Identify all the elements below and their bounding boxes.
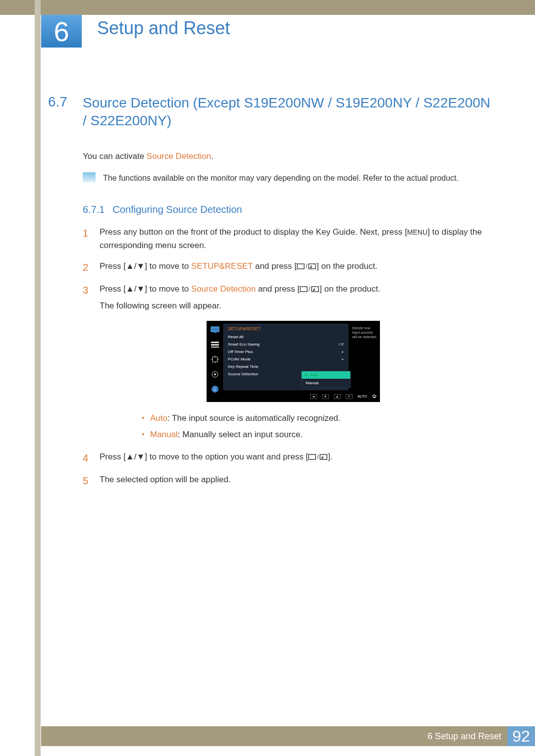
osd-popup: ✔Auto Manual: [301, 371, 351, 388]
svg-text:/: /: [306, 263, 308, 270]
osd-sidebar: i: [207, 321, 223, 393]
note-icon: [83, 172, 96, 182]
osd-header: SETUP&RESET: [224, 324, 348, 333]
t: ] to move to: [145, 261, 191, 271]
osd-item-l: PC/AV Mode: [228, 357, 251, 361]
t: Press [: [100, 452, 126, 461]
osd-help: Decide how input sources will be detecte…: [350, 321, 380, 393]
step-num: 1: [83, 225, 92, 241]
svg-rect-8: [211, 342, 219, 343]
check-icon: ✔: [305, 373, 308, 377]
osd-popup-selected: ✔Auto: [302, 371, 350, 379]
t: Press [: [100, 261, 126, 271]
list-icon: [210, 341, 220, 349]
up-down-icon: ▲/▼: [126, 284, 145, 294]
step-text: Press [▲/▼] to move to SETUP&RESET and p…: [100, 259, 494, 273]
bullet-hl: Manual: [150, 430, 178, 439]
osd-item-r: Off: [338, 342, 344, 347]
intro-text: You can activate Source Detection.: [83, 150, 494, 163]
rect-enter-icon: /: [297, 263, 317, 270]
svg-point-13: [214, 373, 216, 375]
svg-text:i: i: [214, 387, 216, 392]
osd-footer: ◂ ▾ ▴ ↵ AUTO ⏻: [207, 393, 380, 400]
intro-pre: You can activate: [83, 151, 147, 161]
steps-list: 1 Press any button on the front of the p…: [83, 225, 494, 488]
osd-item-l: Reset All: [228, 335, 244, 339]
svg-rect-10: [211, 347, 219, 348]
content-area: 6.7 Source Detection (Except S19E200NW /…: [48, 94, 494, 496]
osd-item-l: Key Repeat Time: [228, 364, 258, 369]
step-text: The selected option will be applied.: [100, 473, 494, 486]
step-text: Press [▲/▼] to move to Source Detection …: [100, 282, 494, 296]
step-3: 3 Press [▲/▼] to move to Source Detectio…: [83, 282, 494, 298]
note-text: The functions available on the monitor m…: [103, 172, 459, 184]
left-stripe: [35, 0, 41, 756]
subsection-number: 6.7.1: [83, 204, 105, 215]
gear-icon: [210, 370, 220, 378]
rect-enter-icon: /: [300, 286, 320, 293]
bullet-dot-icon: [142, 433, 144, 435]
t: ] on the product.: [317, 261, 377, 271]
osd-item-r: ▸: [342, 357, 344, 361]
menu-label: MENU: [407, 228, 428, 236]
step-num: 5: [83, 473, 92, 489]
svg-rect-3: [300, 287, 307, 292]
osd-screenshot: i SETUP&RESET Reset All Smart Eco Saving…: [207, 321, 380, 402]
step-text: Press any button on the front of the pro…: [100, 225, 494, 252]
svg-rect-7: [214, 332, 216, 333]
hl: SETUP&RESET: [191, 261, 253, 271]
osd-popup-option: Manual: [302, 379, 350, 387]
t: Press any button on the front of the pro…: [100, 227, 407, 237]
step-num: 4: [83, 450, 92, 466]
osd-main: SETUP&RESET Reset All Smart Eco SavingOf…: [223, 324, 348, 390]
bullet-text: : The input source is automatically reco…: [167, 413, 340, 423]
osd-item-l: Off Timer Plus: [228, 350, 253, 354]
monitor-icon: [210, 326, 220, 334]
t: and press [: [256, 284, 300, 294]
down-icon: ▾: [322, 394, 329, 399]
t: ] on the product.: [320, 284, 380, 294]
footer-bar: 6 Setup and Reset 92: [41, 726, 535, 746]
t: Press [: [100, 284, 126, 294]
intro-post: .: [211, 151, 214, 161]
top-bar: [0, 0, 535, 15]
svg-rect-0: [297, 264, 304, 269]
svg-rect-2: [309, 264, 316, 269]
section-number: 6.7: [48, 94, 83, 110]
svg-rect-9: [211, 344, 219, 346]
osd-item-r: ▸: [342, 350, 344, 354]
auto-label: AUTO: [358, 395, 367, 398]
power-icon: ⏻: [372, 394, 376, 399]
section-title: Source Detection (Except S19E200NW / S19…: [83, 94, 494, 130]
osd: i SETUP&RESET Reset All Smart Eco Saving…: [207, 321, 380, 402]
hl: Source Detection: [191, 284, 256, 294]
up-down-icon: ▲/▼: [126, 452, 145, 461]
svg-text:/: /: [317, 454, 319, 460]
bullet-dot-icon: [142, 417, 144, 419]
bullet-item: Manual: Manually select an input source.: [142, 428, 494, 441]
intro-highlight: Source Detection: [147, 151, 211, 161]
step-num: 3: [83, 282, 92, 298]
chapter-title: Setup and Reset: [97, 18, 230, 39]
up-down-icon: ▲/▼: [126, 261, 145, 271]
t: ] to move to the option you want and pre…: [145, 452, 308, 461]
step-3-cont: The following screen will appear.: [100, 301, 494, 311]
subsection-title: Configuring Source Detection: [112, 204, 242, 215]
up-icon: ▴: [334, 394, 341, 399]
t: ] to move to: [145, 284, 191, 294]
footer-text: 6 Setup and Reset: [428, 731, 501, 742]
osd-item-l: Source Detection: [228, 372, 258, 376]
t: and press [: [253, 261, 297, 271]
svg-rect-11: [213, 357, 217, 362]
step-4: 4 Press [▲/▼] to move to the option you …: [83, 450, 494, 466]
svg-rect-6: [211, 327, 219, 332]
step-text: Press [▲/▼] to move to the option you wa…: [100, 450, 494, 463]
bullet-item: Auto: The input source is automatically …: [142, 412, 494, 425]
svg-rect-5: [312, 287, 319, 292]
svg-rect-16: [309, 454, 316, 459]
chapter-number: 6: [54, 15, 69, 48]
section-heading: 6.7 Source Detection (Except S19E200NW /…: [48, 94, 494, 130]
svg-text:/: /: [309, 286, 311, 293]
enter-icon: ↵: [346, 394, 353, 399]
chapter-tab: 6: [41, 15, 82, 48]
